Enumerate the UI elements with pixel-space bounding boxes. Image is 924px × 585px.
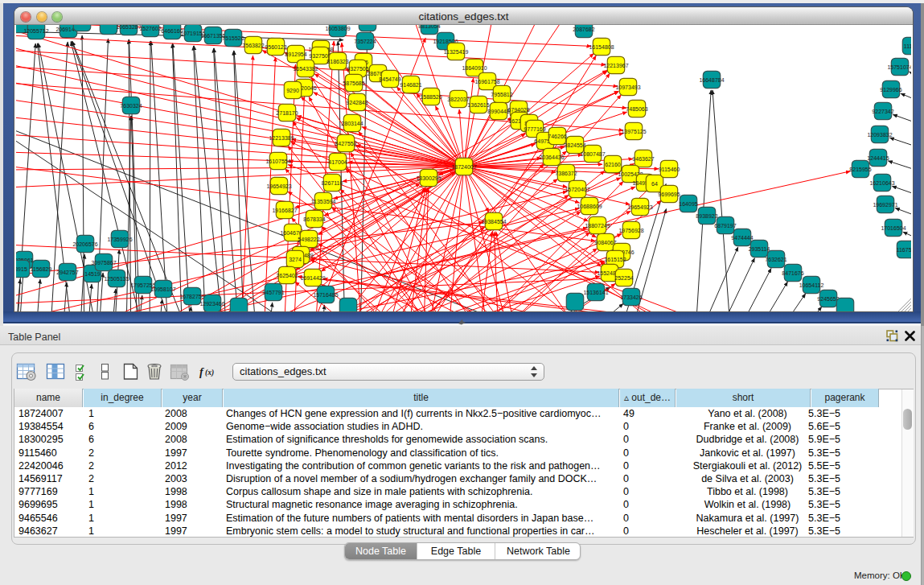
svg-text:5875685: 5875685 <box>343 80 364 86</box>
svg-text:2803144: 2803144 <box>341 121 363 126</box>
svg-text:12923466: 12923466 <box>199 301 224 307</box>
svg-text:10653287: 10653287 <box>116 25 141 30</box>
svg-text:18724007: 18724007 <box>451 164 476 170</box>
svg-text:9474444: 9474444 <box>731 235 753 241</box>
svg-text:6794028: 6794028 <box>507 107 529 113</box>
svg-text:9699695: 9699695 <box>658 192 680 197</box>
svg-text:9227342: 9227342 <box>872 109 893 114</box>
svg-text:2718170: 2718170 <box>276 110 298 116</box>
svg-text:13975125: 13975125 <box>621 129 646 134</box>
svg-text:62160: 62160 <box>605 162 621 167</box>
svg-text:8215955: 8215955 <box>849 167 871 172</box>
svg-text:7955812: 7955812 <box>491 92 512 97</box>
svg-text:20206576: 20206576 <box>72 241 97 247</box>
svg-text:12213967: 12213967 <box>603 63 628 68</box>
svg-text:164095: 164095 <box>679 201 697 207</box>
svg-text:8938923: 8938923 <box>696 213 717 219</box>
svg-text:1733426: 1733426 <box>620 295 642 300</box>
svg-text:18807249: 18807249 <box>585 223 610 229</box>
svg-text:18640910: 18640910 <box>462 65 487 71</box>
svg-text:9327505: 9327505 <box>309 53 331 59</box>
svg-text:11353594: 11353594 <box>311 199 336 204</box>
svg-text:8454749: 8454749 <box>379 76 400 82</box>
svg-text:9129966: 9129966 <box>880 87 901 93</box>
svg-text:1156829: 1156829 <box>31 266 52 272</box>
svg-text:16154808: 16154808 <box>589 44 614 50</box>
svg-text:10688609: 10688609 <box>577 204 602 209</box>
svg-text:10807487: 10807487 <box>580 151 605 157</box>
svg-text:6879197: 6879197 <box>714 223 736 229</box>
svg-text:12505135: 12505135 <box>104 276 129 282</box>
svg-text:10973493: 10973493 <box>615 84 640 90</box>
svg-text:16107554: 16107554 <box>265 159 290 164</box>
svg-text:9290: 9290 <box>286 88 299 93</box>
svg-text:7357224: 7357224 <box>354 39 376 44</box>
svg-text:3274: 3274 <box>289 257 302 262</box>
svg-text:7632621: 7632621 <box>765 257 786 262</box>
svg-text:8678334: 8678334 <box>303 216 325 222</box>
svg-text:8186323: 8186323 <box>326 59 348 64</box>
svg-text:15751074: 15751074 <box>887 64 911 70</box>
svg-text:(x): (x) <box>205 369 214 377</box>
svg-text:19384554: 19384554 <box>481 219 506 225</box>
svg-text:9245652: 9245652 <box>817 296 839 302</box>
svg-text:14519: 14519 <box>84 271 101 277</box>
svg-text:17016504: 17016504 <box>881 225 906 231</box>
svg-text:19692971: 19692971 <box>873 202 897 208</box>
svg-text:8471676: 8471676 <box>782 270 803 276</box>
svg-text:12055712: 12055712 <box>23 28 48 34</box>
svg-text:1362615: 1362615 <box>467 102 489 108</box>
svg-text:2935114: 2935114 <box>749 246 770 252</box>
svg-text:8427552: 8427552 <box>335 141 356 146</box>
svg-text:19166827: 19166827 <box>272 208 297 213</box>
svg-text:16782759: 16782759 <box>179 294 204 299</box>
svg-text:116753: 116753 <box>897 247 911 253</box>
svg-text:7625402: 7625402 <box>276 273 298 278</box>
svg-text:2087682: 2087682 <box>573 27 594 32</box>
svg-text:3822037: 3822037 <box>447 97 469 102</box>
svg-text:8912954: 8912954 <box>285 51 306 57</box>
svg-text:417004: 417004 <box>328 159 347 165</box>
svg-text:9146821: 9146821 <box>400 82 421 88</box>
svg-text:10654112: 10654112 <box>799 282 824 288</box>
svg-text:3915: 3915 <box>16 266 27 272</box>
svg-text:15136141: 15136141 <box>583 290 608 295</box>
svg-text:2942757: 2942757 <box>56 270 78 275</box>
svg-text:9457791: 9457791 <box>262 290 284 295</box>
svg-text:8813054: 8813054 <box>418 25 440 29</box>
svg-text:11325419: 11325419 <box>444 49 469 55</box>
svg-text:3824554: 3824554 <box>564 142 585 148</box>
svg-text:8990448: 8990448 <box>487 109 509 114</box>
svg-text:7563822: 7563822 <box>242 43 264 48</box>
svg-text:8267110: 8267110 <box>322 180 343 186</box>
svg-text:1527602: 1527602 <box>139 26 161 31</box>
svg-text:10958107: 10958107 <box>150 286 175 292</box>
svg-text:7386372: 7386372 <box>555 171 577 176</box>
svg-text:5498222: 5498222 <box>298 237 319 242</box>
svg-text:16210643: 16210643 <box>869 180 894 186</box>
svg-text:f: f <box>199 366 204 378</box>
svg-text:19654923: 19654923 <box>627 204 652 210</box>
svg-text:30975867: 30975867 <box>91 260 116 266</box>
svg-text:7485063: 7485063 <box>626 106 647 112</box>
svg-text:9327505: 9327505 <box>347 66 368 72</box>
svg-text:16961758: 16961758 <box>474 79 499 84</box>
svg-text:15716485: 15716485 <box>313 292 338 298</box>
svg-text:17359926: 17359926 <box>107 237 132 242</box>
svg-text:19756928: 19756928 <box>618 228 643 233</box>
svg-text:19654923: 19654923 <box>266 183 291 189</box>
svg-text:16053809: 16053809 <box>325 26 350 31</box>
svg-text:9463627: 9463627 <box>632 156 654 162</box>
svg-text:9084067: 9084067 <box>594 240 616 245</box>
svg-text:16914429: 16914429 <box>300 275 325 281</box>
svg-text:16543382: 16543382 <box>293 66 318 72</box>
svg-text:18300295: 18300295 <box>416 175 441 181</box>
svg-text:1615152: 1615152 <box>604 257 626 262</box>
svg-text:15720407: 15720407 <box>565 187 589 192</box>
svg-text:9560123: 9560123 <box>265 44 286 50</box>
svg-text:1588520: 1588520 <box>420 94 441 100</box>
svg-text:16648784: 16648784 <box>699 77 724 83</box>
svg-text:9777169: 9777169 <box>524 126 545 132</box>
svg-text:252254: 252254 <box>614 275 633 281</box>
svg-text:12213389: 12213389 <box>269 135 294 141</box>
